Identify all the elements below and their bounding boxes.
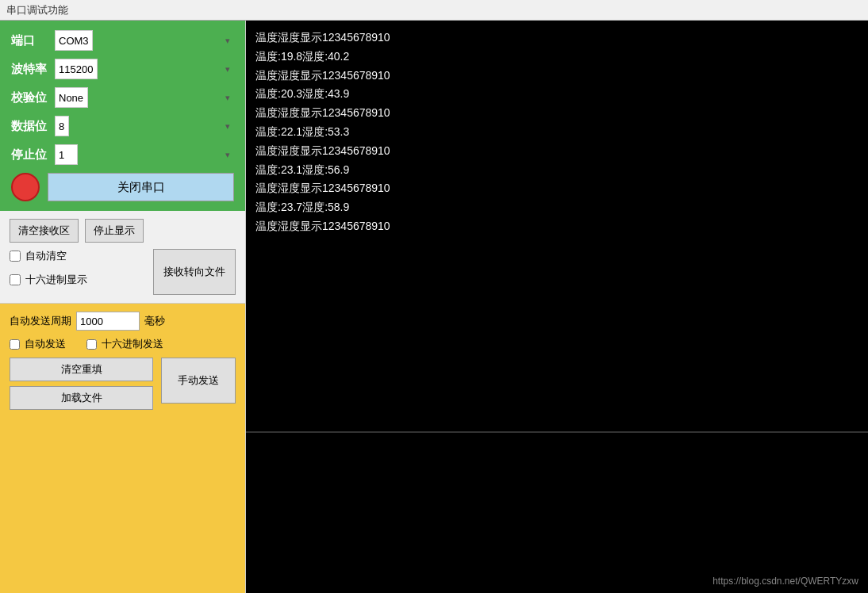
stopbits-label: 停止位 bbox=[11, 147, 55, 163]
left-panel: 端口 COM3 COM1 COM2 COM4 波特率 115200 9600 bbox=[0, 21, 246, 593]
stop-display-button[interactable]: 停止显示 bbox=[85, 219, 144, 243]
main-layout: 端口 COM3 COM1 COM2 COM4 波特率 115200 9600 bbox=[0, 21, 868, 593]
baud-select[interactable]: 115200 9600 19200 38400 57600 bbox=[55, 59, 98, 79]
receive-line: 温度:20.3湿度:43.9 bbox=[255, 85, 858, 104]
port-select-wrapper: COM3 COM1 COM2 COM4 bbox=[55, 30, 234, 51]
stopbits-select[interactable]: 1 1.5 2 bbox=[55, 144, 78, 165]
port-row: 端口 COM3 COM1 COM2 COM4 bbox=[11, 30, 234, 51]
checkbox-column: 自动清空 十六进制显示 bbox=[10, 249, 147, 292]
databits-select-wrapper: 8 5 6 7 bbox=[55, 116, 234, 136]
databits-row: 数据位 8 5 6 7 bbox=[11, 116, 234, 136]
receive-line: 温度:19.8湿度:40.2 bbox=[255, 48, 858, 67]
control-section: 清空接收区 停止显示 自动清空 十六进制显示 接收转向文件 bbox=[0, 211, 245, 304]
send-display: https://blog.csdn.net/QWERTYzxw bbox=[246, 433, 868, 593]
parity-select[interactable]: None Even Odd bbox=[55, 87, 88, 108]
parity-select-wrapper: None Even Odd bbox=[55, 87, 234, 108]
port-status-indicator bbox=[11, 173, 40, 201]
receive-line: 温度:23.7湿度:58.9 bbox=[255, 198, 858, 217]
auto-send-label: 自动发送 bbox=[25, 337, 66, 351]
databits-select[interactable]: 8 5 6 7 bbox=[55, 116, 69, 136]
close-port-button[interactable]: 关闭串口 bbox=[48, 173, 234, 201]
auto-clear-checkbox[interactable] bbox=[10, 251, 21, 262]
title-bar: 串口调试功能 bbox=[0, 0, 868, 21]
hex-send-checkbox[interactable] bbox=[86, 339, 97, 350]
auto-clear-row: 自动清空 bbox=[10, 249, 147, 263]
stopbits-row: 停止位 1 1.5 2 bbox=[11, 144, 234, 165]
receive-line: 温度湿度显示12345678910 bbox=[255, 217, 858, 236]
send-section: 自动发送周期 毫秒 自动发送 十六进制发送 清空重填 加载文件 手动发送 bbox=[0, 304, 245, 593]
load-file-button[interactable]: 加载文件 bbox=[10, 386, 153, 410]
period-input[interactable] bbox=[76, 312, 140, 331]
config-section: 端口 COM3 COM1 COM2 COM4 波特率 115200 9600 bbox=[0, 21, 245, 211]
hex-display-label: 十六进制显示 bbox=[25, 273, 87, 287]
receive-line: 温度湿度显示12345678910 bbox=[255, 179, 858, 198]
redirect-btn-col: 接收转向文件 bbox=[153, 249, 236, 295]
clear-receive-button[interactable]: 清空接收区 bbox=[10, 219, 79, 243]
receive-line: 温度湿度显示12345678910 bbox=[255, 104, 858, 123]
right-panel: 温度湿度显示12345678910温度:19.8湿度:40.2温度湿度显示123… bbox=[246, 21, 868, 593]
port-label: 端口 bbox=[11, 33, 55, 48]
auto-send-checkbox[interactable] bbox=[10, 339, 20, 350]
parity-label: 校验位 bbox=[11, 90, 55, 105]
receive-line: 温度:23.1湿度:56.9 bbox=[255, 161, 858, 180]
receive-line: 温度湿度显示12345678910 bbox=[255, 142, 858, 161]
hex-display-checkbox[interactable] bbox=[10, 274, 21, 285]
databits-label: 数据位 bbox=[11, 119, 55, 134]
port-select[interactable]: COM3 COM1 COM2 COM4 bbox=[55, 30, 93, 51]
send-left-buttons: 清空重填 加载文件 bbox=[10, 358, 153, 410]
manual-send-button[interactable]: 手动发送 bbox=[161, 358, 236, 404]
receive-display: 温度湿度显示12345678910温度:19.8湿度:40.2温度湿度显示123… bbox=[246, 21, 868, 433]
send-checkbox-row: 自动发送 十六进制发送 bbox=[10, 337, 236, 351]
auto-period-label: 自动发送周期 bbox=[10, 314, 71, 328]
port-control-row: 关闭串口 bbox=[11, 173, 234, 201]
hex-display-row: 十六进制显示 bbox=[10, 273, 147, 287]
auto-clear-label: 自动清空 bbox=[25, 249, 67, 263]
receive-line: 温度湿度显示12345678910 bbox=[255, 29, 858, 48]
parity-row: 校验位 None Even Odd bbox=[11, 87, 234, 108]
stopbits-select-wrapper: 1 1.5 2 bbox=[55, 144, 234, 165]
checkbox-and-redirect-row: 自动清空 十六进制显示 接收转向文件 bbox=[10, 249, 236, 295]
control-top-row: 清空接收区 停止显示 bbox=[10, 219, 236, 243]
watermark-text: https://blog.csdn.net/QWERTYzxw bbox=[712, 576, 858, 587]
clear-refill-button[interactable]: 清空重填 bbox=[10, 358, 153, 381]
hex-send-label: 十六进制发送 bbox=[102, 337, 163, 351]
title-label: 串口调试功能 bbox=[6, 3, 68, 17]
period-unit-label: 毫秒 bbox=[144, 314, 165, 328]
baud-row: 波特率 115200 9600 19200 38400 57600 bbox=[11, 59, 234, 79]
receive-line: 温度湿度显示12345678910 bbox=[255, 67, 858, 86]
send-period-row: 自动发送周期 毫秒 bbox=[10, 312, 236, 331]
receive-line: 温度:22.1湿度:53.3 bbox=[255, 123, 858, 142]
baud-label: 波特率 bbox=[11, 62, 55, 77]
send-bottom-row: 清空重填 加载文件 手动发送 bbox=[10, 358, 236, 410]
redirect-file-button[interactable]: 接收转向文件 bbox=[153, 249, 236, 295]
baud-select-wrapper: 115200 9600 19200 38400 57600 bbox=[55, 59, 234, 79]
